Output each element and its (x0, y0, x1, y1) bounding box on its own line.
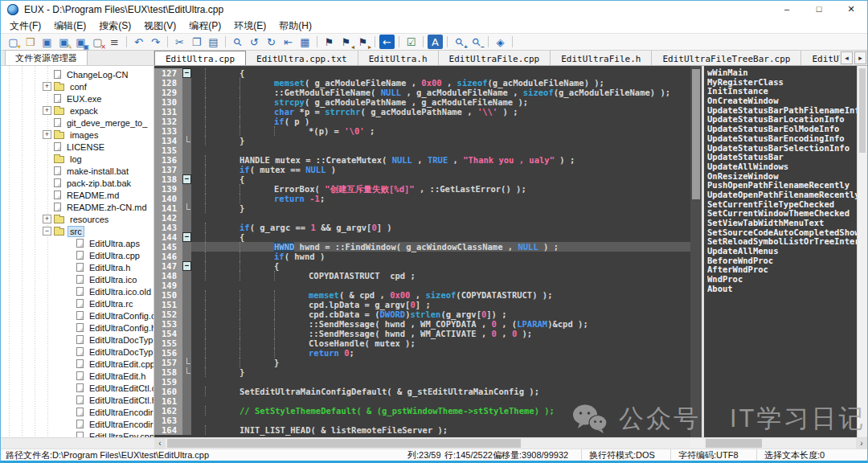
code-line[interactable]: 149 (154, 281, 690, 290)
tree-expander-icon[interactable]: + (43, 215, 51, 223)
tree-item[interactable]: EditUltraEditCtl.c (1, 382, 154, 394)
bookmark-icon[interactable]: ⚑ (321, 35, 337, 49)
symbol-item[interactable]: UpdateStatusBarEolModeInfo (707, 125, 858, 134)
symbol-item[interactable]: UpdateStatusBarPathFilenameInfo (707, 106, 858, 116)
symbol-item[interactable]: SetReloadSymbolListOrTreeInterva (707, 237, 858, 247)
code-line[interactable]: 145HWND hwnd = ::FindWindow( g_acWindowC… (154, 242, 690, 252)
code-line[interactable]: 152cpd.cbData = (DWORD)strlen(g_argv[0])… (154, 309, 690, 319)
zoom-in-icon[interactable]: ⚲+ (452, 35, 467, 49)
code-line[interactable]: 157} (154, 358, 690, 367)
close-file-icon[interactable]: ▢✕ (90, 35, 105, 49)
code-line[interactable]: 136HANDLE mutex = ::CreateMutex( NULL , … (154, 155, 690, 165)
hscroll-left-arrow-icon[interactable]: ‹ (154, 438, 166, 449)
symbol-item[interactable]: SetCurrentWindowThemeChecked (707, 209, 858, 219)
code-line[interactable]: 154::SendMessage( hwnd , WM_ACTIVATE , 0… (154, 329, 690, 338)
symbol-item[interactable]: UpdateAllWindows (707, 162, 858, 172)
tab-scroll-left-icon[interactable]: ◂ (841, 51, 853, 64)
tree-item[interactable]: log (1, 153, 154, 165)
menu-item-file[interactable]: 文件(F) (3, 19, 47, 33)
menu-item-view[interactable]: 视图(V) (137, 19, 182, 33)
tree-item[interactable]: EditUltraConfig.h (1, 322, 154, 334)
tab-editultrafiletreebar-h[interactable]: EditUltraFileTreeBar.h (801, 51, 840, 65)
copy-icon[interactable]: ❐ (189, 35, 204, 49)
cut-icon[interactable]: ✂ (172, 35, 187, 49)
back-icon[interactable]: ← (379, 35, 395, 49)
code-line[interactable]: 159 (154, 377, 690, 387)
zoom-out-icon[interactable]: ⚲− (469, 35, 484, 49)
code-line[interactable]: 158} (154, 367, 690, 377)
tree-item[interactable]: EditUltra.ico (1, 273, 154, 285)
new-file-icon[interactable]: ▢✶ (6, 35, 21, 49)
file-list-icon[interactable]: ≡ (107, 35, 122, 49)
tree-item[interactable]: EUX.exe (1, 92, 154, 104)
symbol-item[interactable]: SetSourceCodeAutoCompletedShowAf (707, 228, 858, 238)
save-all-icon[interactable]: ▣▣ (73, 35, 88, 49)
symbol-item[interactable]: WndProc (707, 275, 858, 285)
tree-item[interactable]: git_deve_merge_to_ (1, 117, 154, 129)
menu-item-program[interactable]: 编程(P) (182, 19, 227, 33)
menu-item-help[interactable]: 帮助(H) (272, 19, 318, 33)
symbol-item[interactable]: OnCreateWindow (707, 96, 858, 106)
symbols-vscroll-thumb[interactable] (859, 68, 866, 153)
tree-item[interactable]: pack-zip.bat.bak (1, 177, 154, 189)
code-line[interactable]: 142 (154, 213, 690, 223)
symbol-item[interactable]: UpdateStatusBarEncodingInfo (707, 134, 858, 144)
tree-horizontal-scrollbar[interactable] (1, 438, 154, 449)
code-line[interactable]: 160SetEditUltraMainConfigDefault( & g_st… (154, 387, 690, 396)
code-line[interactable]: 128memset( g_acModuleFileName , 0x00 , s… (154, 78, 690, 88)
code-line[interactable]: 139ErrorBox( "创建互斥量失败[%d]" , ::GetLastEr… (154, 184, 690, 194)
tree-item[interactable]: EditUltraConfig.c (1, 309, 154, 322)
code-line[interactable]: 144−{ (154, 232, 690, 242)
symbol-item[interactable]: InitInstance (707, 87, 858, 96)
symbol-item[interactable]: AfterWndProc (707, 265, 858, 275)
fold-collapse-icon[interactable]: − (182, 174, 191, 184)
code-line[interactable]: 137if( mutex == NULL ) (154, 165, 690, 174)
tree-item[interactable]: EditUltraDocTyp (1, 334, 154, 346)
goto-line-icon[interactable]: ⇤ (280, 35, 296, 49)
symbol-item[interactable]: OnResizeWindow (707, 172, 858, 182)
next-bookmark-icon[interactable]: ⚑▸ (355, 35, 371, 49)
code-line[interactable]: 141} (154, 203, 690, 213)
code-line[interactable]: 150memset( & cpd , 0x00 , sizeof(COPYDAT… (154, 290, 690, 300)
find-icon[interactable]: ⚲ (230, 35, 245, 49)
code-line[interactable]: 155CloseHandle( mutex ); (154, 338, 690, 348)
menu-item-edit[interactable]: 编辑(E) (47, 19, 92, 33)
open-file-icon[interactable]: ❒ (23, 35, 38, 49)
check-list-icon[interactable]: ☑ (403, 35, 419, 49)
code-line[interactable]: 127−{ (154, 68, 690, 78)
tab-editultrafile-h[interactable]: EditUltraFile.h (551, 51, 652, 65)
find-next-icon[interactable]: ↻ (264, 35, 279, 49)
symbol-item[interactable]: SetViewTabWidthMenuText (707, 219, 858, 228)
tab-scroll-right-icon[interactable]: ▸ (854, 51, 866, 64)
tab-editultra-cpp[interactable]: EditUltra.cpp (154, 51, 246, 65)
fold-collapse-icon[interactable]: − (182, 261, 191, 271)
tree-item[interactable]: −src (1, 225, 154, 237)
menu-item-environment[interactable]: 环境(E) (227, 19, 272, 33)
tree-item[interactable]: EditUltraEnv.cpp (1, 430, 154, 437)
symbol-item[interactable]: UpdateStatusBarSelectionInfo (707, 144, 858, 154)
syntax-highlight-icon[interactable]: A (428, 35, 443, 49)
close-button[interactable]: ✕ (835, 1, 867, 18)
tree-item[interactable]: EditUltraEditCtl.h (1, 394, 154, 406)
code-line[interactable]: 133*(p) = '\0' ; (154, 126, 690, 136)
find-prev-icon[interactable]: ↺ (247, 35, 262, 49)
tree-item[interactable]: EditUltraDocTyp (1, 346, 154, 358)
tree-expander-icon[interactable]: − (43, 227, 51, 236)
prev-bookmark-icon[interactable]: ⚑◂ (338, 35, 354, 49)
editor-vscroll-thumb[interactable] (692, 69, 700, 199)
paste-icon[interactable]: ▤ (206, 35, 221, 49)
tree-item[interactable]: +resources (1, 213, 154, 225)
tree-expander-icon[interactable]: + (43, 130, 51, 139)
tree-item[interactable]: EditUltra.h (1, 261, 154, 273)
tab-editultrafile-cpp[interactable]: EditUltraFile.cpp (439, 51, 551, 65)
tab-editultra-cpp-txt[interactable]: EditUltra.cpp.txt (246, 51, 358, 65)
tree-item[interactable]: ChangeLog-CN (1, 68, 154, 80)
tab-file-explorer[interactable]: 文件资源管理器 (5, 50, 88, 65)
code-line[interactable]: 140return -1; (154, 194, 690, 203)
editor-horizontal-scrollbar[interactable]: ‹ (154, 438, 690, 449)
symbol-item[interactable]: About (707, 285, 858, 294)
maximize-button[interactable]: □ (803, 1, 835, 18)
save-icon[interactable]: ▣ (39, 35, 55, 49)
tree-item[interactable]: EditUltra.ico.old (1, 285, 154, 297)
menu-item-search[interactable]: 搜索(S) (92, 19, 137, 33)
